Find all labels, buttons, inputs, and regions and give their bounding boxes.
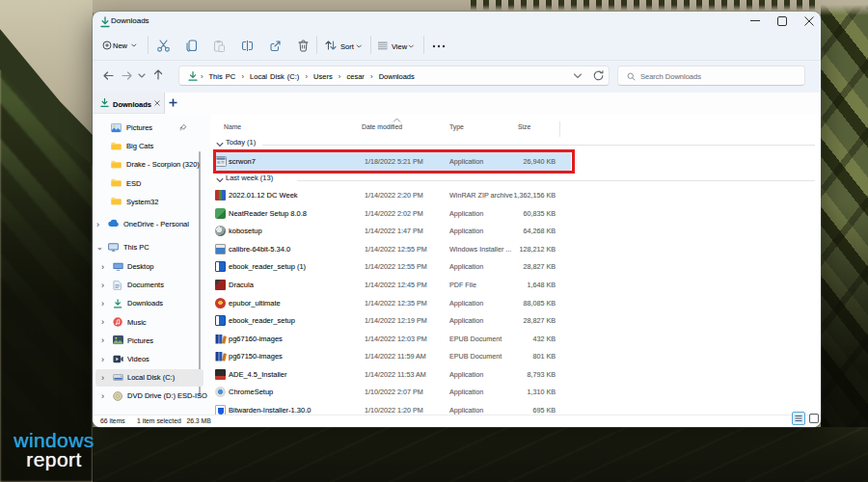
svg-text:View: View [392, 42, 408, 51]
svg-text:Sort: Sort [340, 42, 355, 51]
svg-text:New: New [113, 41, 128, 50]
